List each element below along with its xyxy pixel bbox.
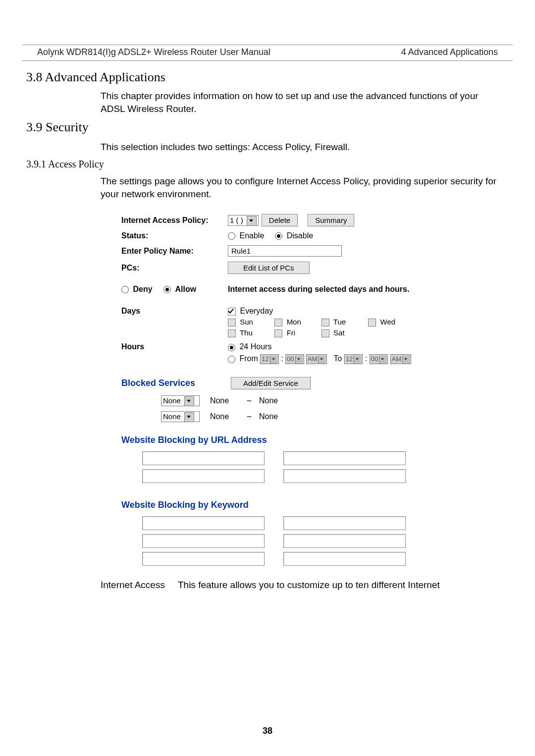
keyword-blocking-heading: Website Blocking by Keyword [121, 500, 513, 510]
everyday-text: Everyday [240, 307, 273, 315]
status-disable-text: Disable [287, 231, 313, 240]
port-start-1: None [200, 396, 239, 405]
keyword-block-input-5[interactable] [142, 552, 265, 566]
day-sat[interactable]: Sat [321, 328, 366, 337]
page-number: 38 [0, 726, 535, 736]
blocked-service-1-select[interactable]: None [161, 395, 200, 406]
to-hour-value: 12 [346, 355, 353, 363]
from-min-select[interactable]: 00 [285, 354, 304, 364]
to-ampm-select[interactable]: AM [390, 354, 412, 364]
to-ampm-value: AM [392, 355, 402, 363]
checkbox-icon [274, 329, 282, 337]
keyword-block-input-6[interactable] [283, 552, 406, 566]
hours-24-text: 24 Hours [239, 342, 271, 351]
day-fri[interactable]: Fri [274, 328, 319, 337]
checkbox-icon [274, 319, 282, 326]
port-end-2: None [259, 412, 294, 421]
access-note: Internet access during selected days and… [228, 285, 409, 294]
day-wed[interactable]: Wed [368, 318, 413, 326]
footer-lead: Internet Access [101, 580, 165, 591]
checkbox-icon [228, 319, 236, 326]
radio-icon [121, 286, 129, 293]
day-label: Thu [240, 328, 253, 337]
hours-range-option[interactable] [228, 354, 239, 363]
keyword-block-input-1[interactable] [142, 516, 265, 530]
status-disable-option[interactable]: Disable [275, 231, 313, 240]
day-label: Mon [287, 318, 301, 326]
allow-option[interactable]: Allow [163, 285, 196, 293]
add-edit-service-button[interactable]: Add/Edit Service [231, 377, 311, 389]
section-3-8-body: This chapter provides information on how… [101, 90, 498, 115]
policy-select[interactable]: 1 ( ) [228, 215, 259, 226]
section-3-9-1-title: 3.9.1 Access Policy [26, 159, 513, 170]
dropdown-arrow-icon [184, 412, 194, 422]
footer-rest: This feature allows you to customize up … [178, 580, 440, 590]
radio-icon [163, 286, 171, 293]
day-thu[interactable]: Thu [228, 328, 272, 337]
access-policy-form: Internet Access Policy: 1 ( ) Delete Sum… [121, 214, 513, 566]
dropdown-arrow-icon [295, 356, 303, 364]
from-min-value: 00 [287, 355, 294, 363]
day-label: Wed [380, 318, 396, 326]
checkbox-icon [321, 319, 329, 326]
status-enable-option[interactable]: Enable [228, 231, 264, 240]
radio-icon [228, 232, 235, 240]
status-label: Status: [121, 231, 228, 240]
section-3-8-title: 3.8 Advanced Applications [26, 70, 513, 85]
day-mon[interactable]: Mon [274, 318, 319, 326]
from-hour-select[interactable]: 12 [260, 354, 278, 364]
url-block-input-2[interactable] [283, 451, 406, 465]
dropdown-arrow-icon [318, 356, 325, 364]
dropdown-arrow-icon [247, 216, 257, 226]
port-start-2: None [200, 412, 239, 421]
url-block-input-4[interactable] [283, 469, 406, 483]
from-label: From [239, 354, 258, 363]
from-ampm-select[interactable]: AM [306, 354, 327, 364]
day-tue[interactable]: Tue [321, 318, 366, 326]
delete-button[interactable]: Delete [262, 214, 298, 226]
dropdown-arrow-icon [402, 356, 410, 364]
section-3-9-body: This selection includes two settings: Ac… [101, 141, 498, 154]
status-enable-text: Enable [239, 231, 264, 240]
edit-pcs-button[interactable]: Edit List of PCs [228, 262, 310, 274]
everyday-option[interactable]: Everyday [228, 307, 273, 315]
checkbox-icon [368, 319, 376, 326]
blocked-service-2-select[interactable]: None [161, 411, 200, 422]
to-min-select[interactable]: 00 [370, 354, 388, 364]
radio-icon [275, 232, 282, 240]
checkbox-icon [321, 329, 329, 337]
to-hour-select[interactable]: 12 [344, 354, 363, 364]
to-label: To [334, 354, 342, 363]
iap-label: Internet Access Policy: [121, 216, 228, 225]
url-block-input-3[interactable] [142, 469, 265, 483]
header-left: Aolynk WDR814(I)g ADSL2+ Wireless Router… [37, 47, 270, 57]
blocked-services-heading: Blocked Services [121, 378, 228, 388]
blocked-service-2-value: None [163, 412, 181, 421]
dropdown-arrow-icon [270, 356, 277, 364]
day-sun[interactable]: Sun [228, 318, 272, 326]
tilde-icon: ~ [239, 412, 259, 422]
summary-button[interactable]: Summary [308, 214, 354, 226]
deny-option[interactable]: Deny [121, 285, 155, 293]
radio-icon [228, 356, 235, 363]
keyword-block-input-3[interactable] [142, 534, 265, 548]
port-end-1: None [259, 396, 294, 405]
from-ampm-value: AM [308, 355, 318, 363]
section-3-9-1-body: The settings page allows you to configur… [101, 175, 498, 200]
day-label: Fri [287, 328, 296, 337]
hours-label: Hours [121, 342, 228, 351]
dropdown-arrow-icon [354, 356, 361, 364]
policy-select-value: 1 ( ) [230, 216, 243, 224]
day-label: Tue [333, 318, 346, 326]
url-block-input-1[interactable] [142, 451, 265, 465]
keyword-block-input-2[interactable] [283, 516, 406, 530]
to-min-value: 00 [371, 355, 378, 363]
checkbox-icon [228, 329, 236, 337]
policy-name-input[interactable]: Rule1 [228, 245, 342, 257]
blocked-service-1-value: None [163, 396, 181, 405]
dropdown-arrow-icon [379, 356, 386, 364]
from-hour-value: 12 [262, 355, 268, 363]
keyword-block-input-4[interactable] [283, 534, 406, 548]
hours-24-option[interactable]: 24 Hours [228, 342, 271, 351]
url-blocking-heading: Website Blocking by URL Address [121, 435, 513, 445]
